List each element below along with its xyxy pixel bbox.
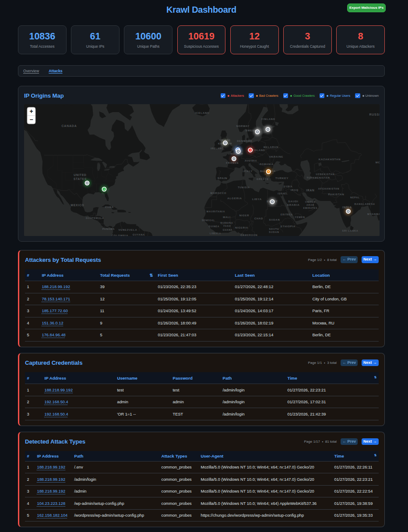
svg-text:POLAND: POLAND [252, 149, 265, 151]
svg-text:SPAIN: SPAIN [218, 176, 227, 180]
svg-text:ICELAND: ICELAND [195, 111, 209, 114]
svg-text:ERITREA: ERITREA [281, 213, 293, 216]
svg-text:SOUTH: SOUTH [269, 228, 279, 230]
svg-text:+: + [29, 108, 33, 115]
svg-text:SRI LANKA: SRI LANKA [342, 229, 358, 232]
svg-text:AFGHANISTAN: AFGHANISTAN [318, 187, 339, 190]
svg-text:ROMANIA: ROMANIA [260, 163, 274, 166]
svg-text:MEXICO: MEXICO [71, 204, 84, 207]
svg-text:TURKEY: TURKEY [275, 176, 288, 180]
svg-text:COLOMBIA: COLOMBIA [112, 234, 128, 236]
svg-text:BANGLADESH: BANGLADESH [355, 203, 375, 205]
svg-text:PANAMA: PANAMA [102, 228, 115, 230]
svg-text:BURKINA: BURKINA [220, 222, 233, 224]
svg-text:LIBERIA: LIBERIA [210, 232, 221, 235]
svg-text:EMIRATES: EMIRATES [303, 207, 317, 209]
svg-text:MAURITANIA: MAURITANIA [207, 210, 225, 213]
svg-text:KAZAKHSTAN: KAZAKHSTAN [319, 158, 341, 161]
svg-text:SUDAN: SUDAN [269, 218, 280, 221]
svg-text:ARABIA: ARABIA [287, 203, 300, 206]
svg-text:CHAD: CHAD [254, 217, 263, 220]
svg-text:STATES: STATES [74, 177, 87, 180]
svg-text:FINLAND: FINLAND [261, 118, 275, 120]
svg-text:GHANA: GHANA [223, 229, 233, 231]
svg-text:YEMEN: YEMEN [295, 216, 305, 218]
svg-text:UZBEKISTAN: UZBEKISTAN [316, 173, 334, 176]
svg-text:AUSTRIA: AUSTRIA [245, 159, 257, 162]
svg-text:IRELAND: IRELAND [211, 147, 224, 150]
svg-text:MYANMAR: MYANMAR [367, 213, 380, 215]
svg-text:IRAQ: IRAQ [291, 189, 299, 191]
svg-text:RUSSIA: RUSSIA [369, 113, 380, 116]
svg-text:CAMEROON: CAMEROON [240, 234, 257, 236]
svg-text:CANADA: CANADA [61, 124, 77, 127]
svg-text:MOROCCO: MOROCCO [210, 192, 226, 194]
svg-text:ALGERIA: ALGERIA [227, 197, 242, 200]
svg-text:MONGOLIA: MONGOLIA [376, 161, 380, 164]
svg-text:UNITED: UNITED [74, 173, 86, 176]
svg-text:−: − [29, 116, 33, 123]
svg-text:NIGER: NIGER [239, 214, 250, 217]
svg-text:SUDAN: SUDAN [269, 231, 279, 233]
svg-text:GUATEMALA: GUATEMALA [86, 217, 104, 219]
svg-text:NEPAL: NEPAL [350, 196, 360, 199]
svg-text:TURKMENISTAN: TURKMENISTAN [306, 176, 330, 179]
svg-text:SENEGAL: SENEGAL [202, 219, 215, 222]
svg-text:NORWAY: NORWAY [236, 125, 250, 127]
svg-text:GREECE: GREECE [257, 178, 269, 180]
svg-text:GUINEA: GUINEA [209, 225, 220, 228]
svg-text:VENEZUELA: VENEZUELA [119, 229, 137, 231]
svg-text:CUBA: CUBA [105, 206, 114, 208]
svg-text:ITALY: ITALY [244, 170, 253, 173]
svg-text:DENMARK: DENMARK [237, 140, 253, 142]
svg-text:GUYANA: GUYANA [133, 233, 145, 236]
svg-text:ETHIOPIA: ETHIOPIA [281, 225, 295, 228]
svg-text:ISRAEL: ISRAEL [278, 192, 288, 195]
svg-text:NIGERIA: NIGERIA [235, 226, 248, 229]
svg-text:SYRIA: SYRIA [284, 185, 293, 188]
svg-text:UKRAINE: UKRAINE [269, 155, 283, 158]
svg-text:IRAN: IRAN [306, 189, 314, 192]
svg-text:SAUDI: SAUDI [288, 200, 298, 203]
svg-text:ARAB: ARAB [306, 204, 314, 206]
svg-text:MALI: MALI [223, 216, 231, 218]
svg-text:LIBYA: LIBYA [252, 197, 262, 201]
svg-text:UNITED: UNITED [305, 201, 316, 203]
svg-text:PAKISTAN: PAKISTAN [328, 193, 344, 196]
svg-text:TUNISIA: TUNISIA [238, 186, 250, 189]
svg-text:FASO: FASO [223, 225, 231, 227]
svg-text:BELARUS: BELARUS [264, 146, 278, 148]
